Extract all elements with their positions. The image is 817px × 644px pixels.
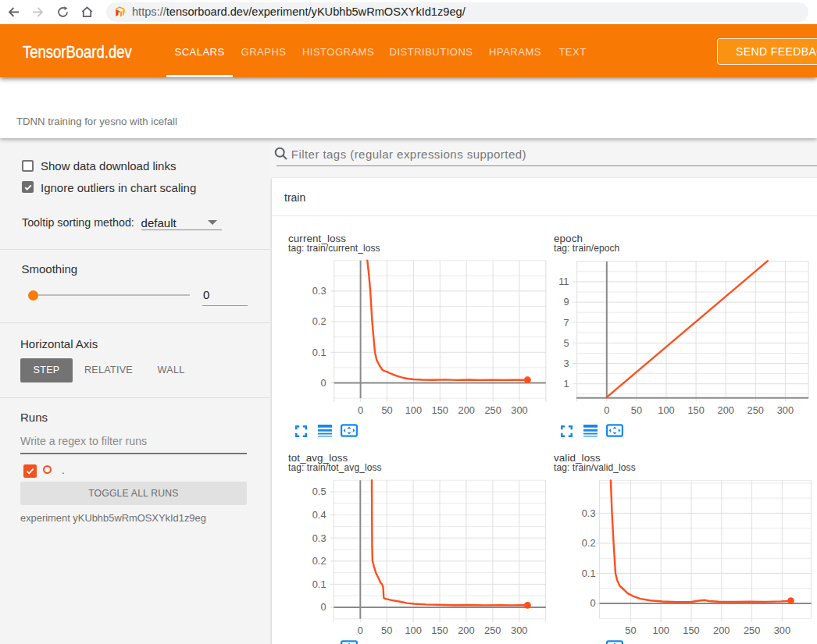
svg-text:0.3: 0.3 xyxy=(582,507,596,519)
svg-text:0.4: 0.4 xyxy=(312,509,326,521)
svg-text:0.1: 0.1 xyxy=(312,347,326,358)
svg-text:50: 50 xyxy=(631,404,642,416)
svg-text:0.1: 0.1 xyxy=(312,578,326,590)
svg-text:5: 5 xyxy=(563,337,569,349)
svg-text:300: 300 xyxy=(774,624,790,636)
svg-text:3: 3 xyxy=(563,358,569,369)
svg-text:250: 250 xyxy=(744,624,760,636)
svg-text:0: 0 xyxy=(604,404,609,416)
svg-text:250: 250 xyxy=(484,404,501,416)
svg-text:100: 100 xyxy=(658,404,674,416)
svg-text:9: 9 xyxy=(563,296,569,308)
svg-text:0.3: 0.3 xyxy=(312,532,326,544)
svg-text:0.3: 0.3 xyxy=(312,285,326,297)
svg-text:0: 0 xyxy=(320,601,326,613)
svg-text:150: 150 xyxy=(432,404,448,416)
svg-text:0.1: 0.1 xyxy=(582,568,596,579)
svg-text:50: 50 xyxy=(381,404,392,416)
svg-text:200: 200 xyxy=(458,624,474,636)
svg-text:150: 150 xyxy=(687,404,704,416)
svg-text:0.2: 0.2 xyxy=(582,537,596,549)
svg-text:100: 100 xyxy=(405,404,422,416)
svg-text:0: 0 xyxy=(320,377,326,389)
svg-text:50: 50 xyxy=(625,624,636,636)
svg-text:0: 0 xyxy=(358,404,363,416)
svg-text:150: 150 xyxy=(683,624,699,636)
svg-text:0: 0 xyxy=(590,597,595,609)
svg-text:150: 150 xyxy=(431,624,448,636)
svg-text:1: 1 xyxy=(563,378,569,390)
svg-text:300: 300 xyxy=(777,404,794,416)
svg-text:200: 200 xyxy=(458,404,475,416)
svg-text:0.5: 0.5 xyxy=(312,486,326,497)
svg-text:7: 7 xyxy=(563,317,569,329)
svg-text:250: 250 xyxy=(747,404,764,416)
svg-text:300: 300 xyxy=(511,624,527,636)
svg-text:0.2: 0.2 xyxy=(312,555,326,567)
svg-text:100: 100 xyxy=(653,624,669,636)
svg-text:200: 200 xyxy=(713,624,730,636)
svg-text:200: 200 xyxy=(718,404,734,416)
svg-text:0.2: 0.2 xyxy=(312,315,326,327)
svg-text:50: 50 xyxy=(381,624,392,636)
svg-text:11: 11 xyxy=(558,276,569,287)
svg-text:0: 0 xyxy=(358,624,363,636)
svg-text:300: 300 xyxy=(511,404,527,416)
svg-text:100: 100 xyxy=(405,624,421,636)
svg-text:250: 250 xyxy=(484,624,501,636)
